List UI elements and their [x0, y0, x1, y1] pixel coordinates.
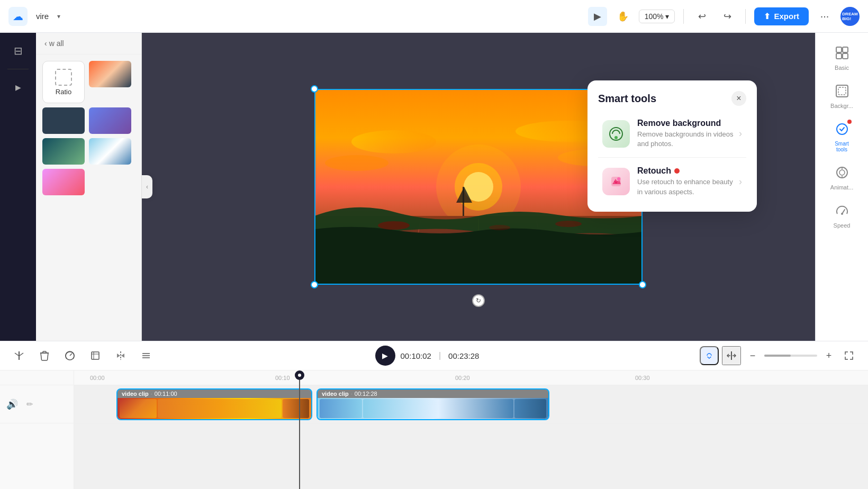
svg-line-34 — [15, 353, 19, 356]
svg-rect-20 — [836, 47, 842, 52]
svg-rect-21 — [843, 47, 848, 52]
left-expand-button[interactable]: ▶ — [6, 76, 30, 99]
thumbnail-item[interactable] — [42, 138, 85, 165]
hand-icon: ✋ — [617, 11, 629, 22]
rotate-icon: ↻ — [476, 297, 481, 304]
more-button[interactable]: ··· — [815, 7, 834, 26]
basic-label: Basic — [835, 65, 849, 71]
right-panel-basic[interactable]: Basic — [819, 39, 865, 75]
track-row: video clip · 00:11:00 — [74, 385, 868, 423]
thumbnail-item[interactable] — [89, 107, 131, 134]
volume-icon[interactable]: 🔊 — [6, 399, 18, 410]
redo-button[interactable]: ↪ — [718, 7, 737, 26]
right-panel-background[interactable]: Backgr... — [819, 77, 865, 113]
playback-controls: ▶ 00:10:02 | 00:23:28 — [163, 346, 691, 366]
zoom-in-button[interactable]: + — [820, 347, 837, 364]
zoom-slider[interactable] — [764, 355, 817, 357]
ai-effects-button[interactable] — [700, 346, 719, 365]
hand-tool-button[interactable]: ✋ — [613, 7, 632, 26]
clip2-duration: 00:12:28 — [355, 391, 377, 397]
thumb-pink — [42, 169, 85, 195]
delete-button[interactable] — [36, 347, 53, 364]
thumbnail-item[interactable] — [42, 169, 85, 195]
thumbnail-item[interactable] — [89, 61, 131, 87]
right-panel-smart-tools[interactable]: Smarttools — [819, 115, 865, 157]
clip1-title: video clip — [122, 391, 149, 397]
rotate-handle[interactable]: ↻ — [472, 294, 485, 307]
speed-label: Speed — [834, 222, 851, 229]
crop-button[interactable] — [87, 347, 104, 364]
split-view-button[interactable] — [722, 346, 741, 365]
panel-collapse-button[interactable]: ‹ — [142, 175, 152, 198]
undo-icon: ↩ — [698, 11, 706, 22]
timeline-area: 🔊 ✏ 00:00 00:10 00:20 00:30 — [0, 370, 868, 489]
thumbnail-item[interactable] — [42, 107, 85, 134]
thumb-sunset — [89, 61, 131, 87]
undo-button[interactable]: ↩ — [692, 7, 711, 26]
svg-point-15 — [489, 225, 510, 230]
avatar[interactable]: DREAMBIG! — [840, 7, 860, 26]
smart-tools-header: Smart tools × — [587, 80, 757, 112]
smart-tools-badge-dot — [847, 120, 852, 124]
export-button[interactable]: ⬆ Export — [754, 7, 809, 25]
background-icon — [833, 82, 852, 101]
export-icon: ⬆ — [764, 12, 771, 21]
mirror-button[interactable] — [112, 347, 129, 364]
ruler-mark-10: 00:10 — [275, 375, 290, 381]
video-clip-1[interactable]: video clip · 00:11:00 — [116, 388, 312, 420]
split-button[interactable] — [11, 347, 28, 364]
play-button[interactable]: ▶ — [375, 346, 395, 366]
thumbnail-item[interactable] — [89, 138, 131, 165]
speed-tool-button[interactable] — [61, 347, 78, 364]
fit-button[interactable] — [840, 347, 857, 364]
thumb-clouds — [89, 138, 131, 165]
zoom-out-button[interactable]: − — [744, 347, 761, 364]
thumb-dark — [42, 107, 85, 134]
basic-icon — [833, 43, 852, 62]
ratio-label: Ratio — [56, 88, 71, 96]
thumb-city — [89, 107, 131, 134]
redo-icon: ↪ — [724, 11, 731, 22]
ratio-icon — [55, 69, 72, 86]
filter-icon: ⊟ — [14, 44, 23, 57]
right-panel: Basic Backgr... — [815, 33, 868, 341]
retouch-arrow: › — [739, 176, 742, 187]
more-tools-button[interactable] — [138, 347, 155, 364]
edit-icon[interactable]: ✏ — [26, 400, 33, 409]
svg-rect-25 — [838, 87, 846, 95]
avatar-text: DREAMBIG! — [842, 12, 857, 21]
ratio-button[interactable]: Ratio — [42, 61, 85, 103]
zoom-timeline: − + — [700, 346, 857, 365]
track-label: 🔊 ✏ — [0, 385, 74, 423]
svg-point-13 — [378, 221, 410, 230]
zoom-control[interactable]: 100% ▾ — [639, 10, 675, 23]
resize-handle-bl[interactable] — [311, 281, 318, 288]
svg-point-26 — [837, 124, 847, 134]
remove-background-item[interactable]: Remove background Remove backgrounds in … — [592, 112, 753, 155]
total-time: 00:23:28 — [448, 351, 479, 360]
right-panel-speed[interactable]: Speed — [819, 197, 865, 233]
filter-tool-button[interactable]: ⊟ — [6, 39, 30, 62]
project-dropdown[interactable]: ▾ — [57, 13, 60, 20]
select-tool-button[interactable]: ▶ — [588, 7, 607, 26]
resize-handle-br[interactable] — [639, 281, 646, 288]
video-clip-2[interactable]: video clip · 00:12:28 — [317, 388, 549, 420]
right-panel-animate[interactable]: Animat... — [819, 159, 865, 195]
svg-point-14 — [555, 221, 582, 227]
remove-bg-desc: Remove backgrounds in videos and photos. — [637, 130, 739, 149]
clip1-dot: · — [151, 391, 152, 397]
smart-tools-close-button[interactable]: × — [731, 91, 746, 106]
clip1-header: video clip · 00:11:00 — [117, 390, 311, 398]
resize-handle-tl[interactable] — [311, 85, 318, 93]
ruler-mark-20: 00:20 — [455, 375, 470, 381]
svg-point-28 — [839, 170, 845, 175]
play-icon: ▶ — [382, 351, 388, 360]
show-all-button[interactable]: ‹ w all — [36, 33, 141, 55]
remove-bg-icon — [602, 120, 630, 148]
retouch-badge — [674, 168, 680, 174]
smart-tools-title: Smart tools — [598, 93, 656, 105]
retouch-item[interactable]: Retouch Use retouch to enhance beauty in… — [592, 160, 753, 203]
background-label: Backgr... — [830, 103, 853, 109]
svg-point-6 — [325, 155, 388, 171]
time-separator: | — [439, 351, 441, 360]
